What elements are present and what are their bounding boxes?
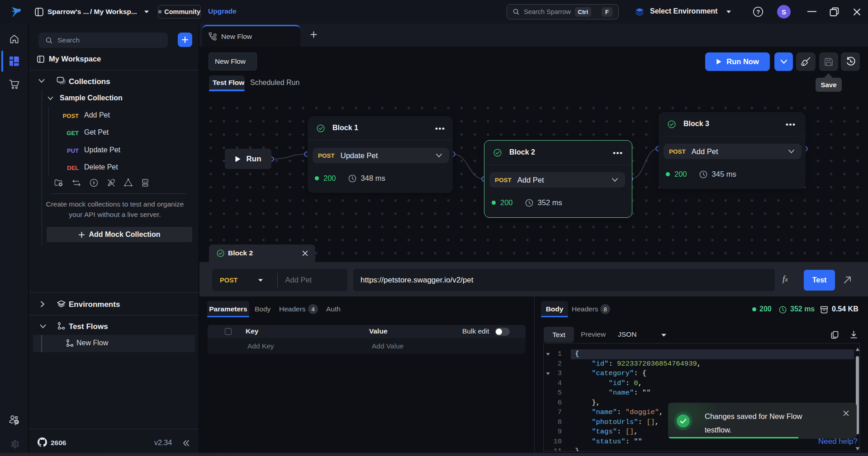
svg-text:?: ? xyxy=(756,9,760,15)
